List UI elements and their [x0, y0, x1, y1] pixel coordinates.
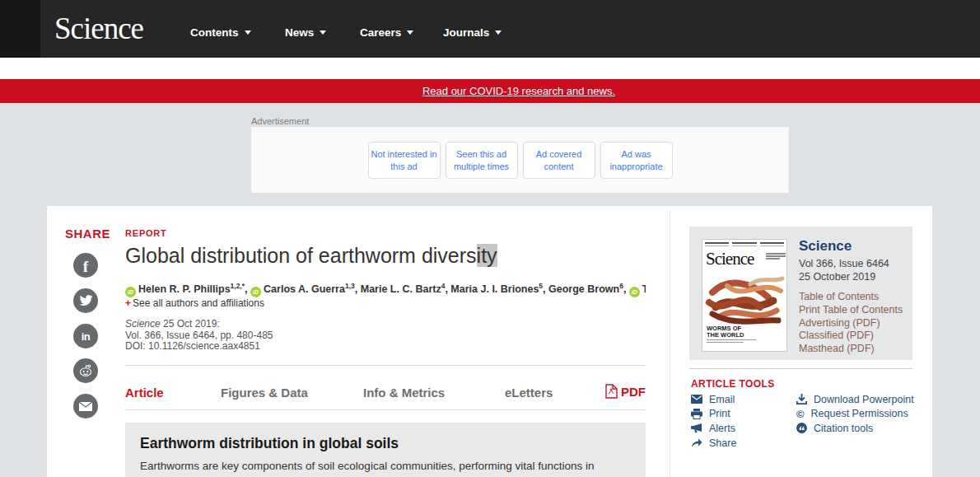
email-icon	[691, 395, 702, 404]
tab-figures-data[interactable]: Figures & Data	[221, 386, 308, 400]
citation-icon	[796, 423, 807, 433]
share-facebook-button[interactable]: f	[73, 253, 98, 278]
tool-email[interactable]: Email	[691, 392, 736, 407]
cover-worms-photo	[702, 268, 787, 327]
tool-download-powerpoint[interactable]: Download Powerpoint	[796, 392, 914, 407]
orcid-icon[interactable]: iD	[629, 287, 640, 297]
tool-citation-tools[interactable]: Citation tools	[796, 421, 914, 436]
share-email-button[interactable]	[73, 394, 98, 419]
article-tools-left: Email Print Alerts Share	[691, 392, 736, 450]
author-name[interactable]: Maria J. I. Briones	[450, 283, 539, 295]
orcid-icon[interactable]: iD	[125, 287, 136, 297]
issue-meta: Science Vol 366, Issue 6464 25 October 2…	[799, 238, 903, 356]
nav-item-contents[interactable]: Contents	[190, 26, 251, 39]
plus-icon: +	[125, 297, 131, 309]
email-icon	[78, 401, 93, 412]
summary-text: Earthworms are key components of soil ec…	[140, 460, 631, 472]
issue-journal-title[interactable]: Science	[799, 238, 903, 255]
share-arrow-icon	[691, 438, 702, 448]
download-icon	[796, 394, 807, 405]
cover-title: WORMS OF THE WORLD	[707, 325, 744, 339]
navbar-left-strip	[0, 0, 40, 58]
tool-share[interactable]: Share	[691, 436, 736, 451]
ad-feedback-covered-content[interactable]: Ad covered content	[523, 142, 595, 179]
tool-print[interactable]: Print	[691, 407, 736, 422]
issue-date: 25 October 2019	[799, 270, 903, 283]
share-linkedin-button[interactable]: in	[73, 324, 98, 348]
tool-alerts[interactable]: Alerts	[691, 421, 736, 436]
ad-feedback-inappropriate[interactable]: Ad was inappropriate	[600, 142, 673, 179]
citation-journal-date: Science 25 Oct 2019:	[125, 319, 273, 330]
advertisement-label: Advertisement	[251, 116, 309, 126]
ad-feedback-buttons: Not interested in this ad Seen this ad m…	[251, 142, 789, 179]
author-name[interactable]: Helen R. P. Phillips	[138, 283, 231, 295]
top-navbar: Science Contents News Careers Journals	[0, 0, 980, 58]
chevron-down-icon	[320, 30, 326, 35]
reddit-icon	[78, 364, 93, 377]
link-classified-pdf[interactable]: Classified (PDF)	[799, 330, 903, 343]
cover-science-logo: Science	[706, 249, 754, 269]
article-content: REPORT Global distribution of earthworm …	[125, 206, 646, 477]
journal-cover-image[interactable]: Science	[702, 239, 787, 352]
article-tools-heading: ARTICLE TOOLS	[691, 378, 775, 390]
citation-block: Science 25 Oct 2019: Vol. 366, Issue 646…	[125, 319, 273, 353]
tab-article[interactable]: Article	[125, 386, 164, 400]
page: Science Contents News Careers Journals R…	[0, 0, 980, 477]
science-logo[interactable]: Science	[54, 11, 143, 46]
nav-item-journals[interactable]: Journals	[443, 26, 502, 39]
article-tools-right: Download Powerpoint © Request Permission…	[796, 392, 914, 436]
nav-item-news[interactable]: News	[285, 26, 326, 39]
divider	[689, 368, 912, 369]
tab-info-metrics[interactable]: Info & Metrics	[363, 386, 445, 400]
nav-item-careers[interactable]: Careers	[360, 26, 413, 39]
share-twitter-button[interactable]	[73, 288, 98, 313]
link-print-table-of-contents[interactable]: Print Table of Contents	[799, 304, 903, 317]
covid-banner-link[interactable]: Read our COVID-19 research and news.	[422, 79, 615, 103]
tool-request-permissions[interactable]: © Request Permissions	[796, 407, 914, 422]
divider	[125, 365, 646, 366]
citation-doi: DOI: 10.1126/science.aax4851	[125, 341, 273, 353]
chevron-down-icon	[495, 30, 502, 35]
facebook-icon: f	[83, 258, 88, 276]
link-masthead-pdf[interactable]: Masthead (PDF)	[799, 343, 903, 356]
content-sidebar-divider	[670, 211, 670, 477]
linkedin-icon: in	[82, 330, 91, 343]
issue-links: Table of Contents Print Table of Content…	[799, 291, 903, 356]
article-tabs: Article Figures & Data Info & Metrics eL…	[125, 375, 646, 409]
article-title: Global distribution of earthworm diversi…	[125, 244, 497, 268]
author-name[interactable]: Marie L. C. Bartz	[361, 283, 441, 295]
orcid-icon[interactable]: iD	[250, 287, 261, 297]
summary-heading: Earthworm distribution in global soils	[140, 435, 631, 452]
chevron-down-icon	[407, 30, 413, 35]
cover-masthead-strip	[705, 242, 784, 249]
cover-issue-info	[766, 253, 786, 260]
cover-subtitle-lines	[707, 339, 756, 344]
tab-eletters[interactable]: eLetters	[505, 386, 553, 400]
print-icon	[691, 409, 702, 419]
link-table-of-contents[interactable]: Table of Contents	[799, 291, 903, 304]
ad-feedback-not-interested[interactable]: Not interested in this ad	[368, 142, 441, 179]
copyright-icon: ©	[796, 409, 805, 419]
header-spacer	[0, 58, 980, 79]
advertisement-box: Not interested in this ad Seen this ad m…	[251, 127, 789, 193]
author-name[interactable]: Thomas W. Cr...	[642, 283, 646, 295]
author-name[interactable]: Carlos A. Guerra	[264, 283, 345, 295]
share-label: SHARE	[65, 227, 110, 241]
see-all-authors-link[interactable]: +See all authors and affiliations	[125, 297, 264, 309]
author-name[interactable]: George Brown	[548, 283, 619, 295]
link-advertising-pdf[interactable]: Advertising (PDF)	[799, 317, 903, 330]
covid-banner: Read our COVID-19 research and news.	[0, 79, 980, 103]
chevron-down-icon	[245, 30, 251, 35]
issue-volume: Vol 366, Issue 6464	[799, 257, 903, 270]
ad-feedback-seen-multiple[interactable]: Seen this ad multiple times	[446, 142, 518, 179]
article-card: SHARE f in REPORT Global distribution of…	[47, 206, 932, 477]
author-list: iDHelen R. P. Phillips1,2,*, iDCarlos A.…	[125, 282, 646, 297]
right-sidebar: Science	[689, 206, 912, 477]
share-reddit-button[interactable]	[73, 358, 98, 383]
divider	[125, 409, 646, 410]
selected-text: ity	[477, 244, 497, 267]
tab-pdf[interactable]: PDF	[605, 384, 646, 399]
citation-volume: Vol. 366, Issue 6464, pp. 480-485	[125, 330, 273, 342]
alerts-icon	[691, 423, 702, 433]
summary-box: Earthworm distribution in global soils E…	[125, 423, 646, 477]
